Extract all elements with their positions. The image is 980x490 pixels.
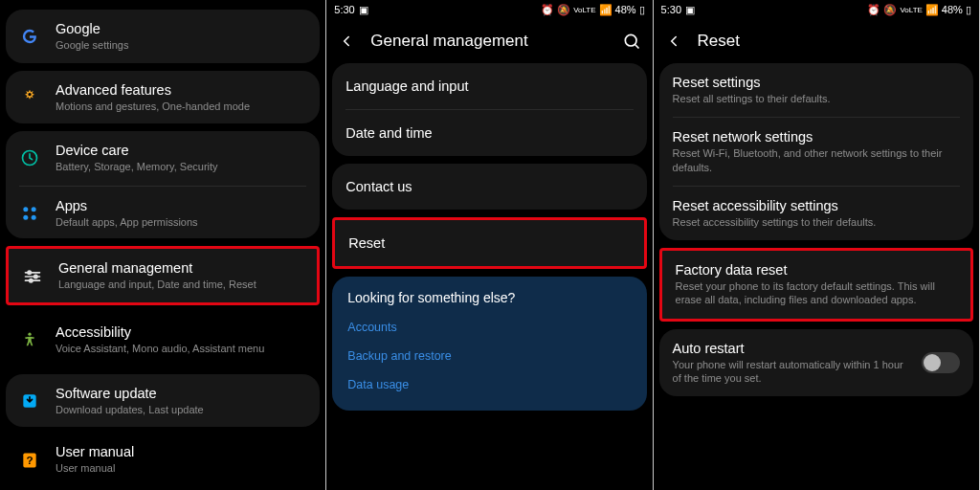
gear-flower-icon — [19, 87, 40, 108]
link-accounts[interactable]: Accounts — [332, 313, 646, 342]
sliders-icon — [22, 266, 43, 287]
apps-grid-icon — [19, 203, 40, 224]
svg-point-16 — [625, 34, 636, 46]
svg-point-2 — [23, 207, 28, 212]
row-label: Date and time — [345, 125, 432, 141]
item-title: Factory data reset — [676, 262, 957, 278]
settings-item-software-update[interactable]: Software update Download updates, Last u… — [6, 374, 320, 428]
settings-item-general-management[interactable]: General management Language and input, D… — [9, 249, 317, 302]
item-title: Software update — [56, 386, 306, 401]
volte-icon: VoLTE — [573, 6, 595, 14]
row-label: Language and input — [345, 78, 468, 94]
settings-item-user-manual[interactable]: ? User manual User manual — [6, 434, 320, 484]
item-sub: Reset Wi-Fi, Bluetooth, and other networ… — [673, 146, 960, 174]
battery-text: 48% — [942, 4, 963, 15]
status-bar: 5:30 ▣ ⏰ 🔕 VoLTE 📶 48% ▯ — [654, 0, 979, 19]
looking-title: Looking for something else? — [332, 277, 646, 313]
row-reset-network[interactable]: Reset network settings Reset Wi-Fi, Blue… — [659, 118, 973, 186]
row-reset-accessibility[interactable]: Reset accessibility settings Reset acces… — [659, 187, 973, 240]
mute-icon: 🔕 — [883, 4, 897, 16]
item-sub: Google settings — [56, 38, 306, 52]
battery-icon: ▯ — [966, 4, 971, 16]
item-sub: Battery, Storage, Memory, Security — [56, 160, 306, 173]
svg-point-4 — [23, 214, 28, 219]
item-title: Device care — [56, 143, 306, 158]
alarm-icon: ⏰ — [867, 4, 880, 16]
svg-text:?: ? — [26, 454, 33, 466]
item-sub: Motions and gestures, One-handed mode — [56, 100, 306, 113]
svg-point-12 — [28, 333, 31, 336]
settings-panel: Google Google settings Advanced features… — [0, 0, 326, 490]
item-title: Reset network settings — [673, 129, 960, 145]
row-factory-reset[interactable]: Factory data reset Reset your phone to i… — [662, 251, 970, 319]
svg-point-5 — [32, 214, 36, 219]
svg-point-7 — [28, 271, 31, 274]
page-title: Reset — [698, 32, 740, 51]
svg-point-11 — [30, 278, 33, 281]
svg-point-3 — [32, 207, 36, 212]
item-title: Advanced features — [56, 82, 306, 98]
item-sub: Download updates, Last update — [56, 403, 306, 416]
item-sub: Language and input, Date and time, Reset — [58, 278, 303, 291]
item-sub: Reset your phone to its factory default … — [676, 279, 957, 307]
status-time: 5:30 — [661, 4, 681, 15]
item-sub: User manual — [56, 461, 306, 475]
accessibility-icon — [19, 329, 40, 350]
settings-item-apps[interactable]: Apps Default apps, App permissions — [6, 187, 320, 239]
status-bar: 5:30 ▣ ⏰ 🔕 VoLTE 📶 48% ▯ — [326, 0, 652, 19]
svg-line-17 — [635, 45, 638, 49]
item-sub: Reset all settings to their defaults. — [673, 92, 960, 105]
item-title: Reset accessibility settings — [673, 198, 960, 213]
settings-item-device-care[interactable]: Device care Battery, Storage, Memory, Se… — [6, 131, 320, 185]
back-button[interactable] — [665, 33, 682, 50]
item-title: User manual — [56, 444, 306, 459]
back-button[interactable] — [338, 33, 355, 50]
volte-icon: VoLTE — [900, 6, 922, 14]
signal-icon: 📶 — [925, 4, 939, 16]
svg-point-9 — [34, 275, 37, 278]
help-icon: ? — [19, 450, 40, 471]
search-button[interactable] — [622, 32, 641, 51]
status-time: 5:30 — [334, 4, 354, 15]
update-icon — [19, 390, 40, 412]
battery-icon: ▯ — [639, 4, 645, 16]
link-data-usage[interactable]: Data usage — [332, 370, 646, 399]
item-title: Accessibility — [56, 324, 306, 340]
link-backup[interactable]: Backup and restore — [332, 342, 646, 370]
page-title: General management — [370, 32, 527, 51]
item-sub: Your phone will restart automatically wi… — [673, 358, 906, 386]
google-icon — [19, 26, 40, 47]
alarm-icon: ⏰ — [541, 4, 554, 16]
item-title: Auto restart — [673, 341, 906, 356]
item-title: Google — [56, 21, 306, 36]
settings-item-advanced[interactable]: Advanced features Motions and gestures, … — [6, 71, 320, 124]
reset-panel: 5:30 ▣ ⏰ 🔕 VoLTE 📶 48% ▯ Reset Reset set… — [654, 0, 980, 490]
settings-item-google[interactable]: Google Google settings — [6, 10, 320, 63]
general-management-panel: 5:30 ▣ ⏰ 🔕 VoLTE 📶 48% ▯ General managem… — [326, 0, 653, 490]
row-reset[interactable]: Reset — [335, 220, 643, 266]
item-sub: Default apps, App permissions — [56, 215, 306, 229]
row-label: Contact us — [345, 179, 412, 194]
settings-item-accessibility[interactable]: Accessibility Voice Assistant, Mono audi… — [6, 313, 320, 367]
item-sub: Reset accessibility settings to their de… — [673, 215, 960, 229]
looking-for-card: Looking for something else? Accounts Bac… — [332, 277, 646, 411]
row-reset-settings[interactable]: Reset settings Reset all settings to the… — [659, 63, 973, 117]
row-language-input[interactable]: Language and input — [332, 63, 646, 109]
row-date-time[interactable]: Date and time — [332, 110, 646, 156]
auto-restart-toggle[interactable] — [922, 352, 960, 373]
item-title: Apps — [56, 198, 306, 213]
item-title: Reset settings — [673, 75, 960, 90]
signal-icon: 📶 — [599, 4, 612, 16]
row-label: Reset — [348, 235, 385, 251]
mute-icon: 🔕 — [557, 4, 570, 16]
svg-point-0 — [28, 93, 31, 96]
device-care-icon — [19, 147, 40, 168]
row-auto-restart[interactable]: Auto restart Your phone will restart aut… — [659, 329, 973, 397]
row-contact-us[interactable]: Contact us — [332, 164, 646, 210]
battery-text: 48% — [615, 4, 636, 15]
item-title: General management — [58, 260, 303, 276]
item-sub: Voice Assistant, Mono audio, Assistant m… — [56, 342, 306, 355]
screenshot-icon: ▣ — [685, 4, 695, 16]
screenshot-icon: ▣ — [359, 4, 368, 16]
